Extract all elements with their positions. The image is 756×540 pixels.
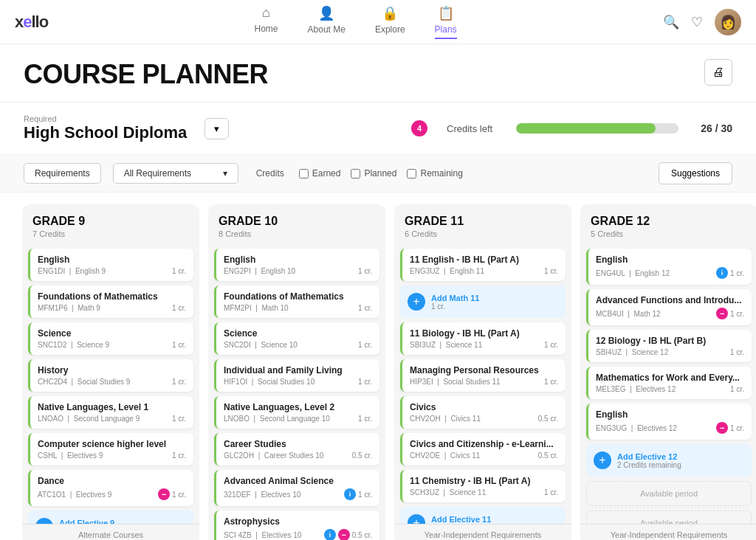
grade-col-11: GRADE 11 6 Credits 11 English - IB HL (P…: [394, 204, 571, 540]
add-elective-button[interactable]: +: [408, 514, 425, 524]
course-credits: 0.5 cr.: [352, 531, 372, 539]
course-card: 11 Biology - IB HL (Part A) SBI3UZ | Sci…: [400, 322, 566, 355]
add-sub: 1 cr.: [431, 302, 479, 311]
grade-col-10: GRADE 10 8 Credits English ENG2PI | Engl…: [208, 204, 385, 540]
grade-header: GRADE 9 7 Credits: [22, 204, 199, 243]
course-name: 11 Biology - IB HL (Part A): [410, 328, 558, 339]
course-credits: 1 cr.: [358, 341, 372, 349]
add-elective-button[interactable]: +: [35, 518, 53, 524]
course-meta: SCH3UZ | Science 11 1 cr.: [410, 488, 558, 496]
info-icon[interactable]: i: [716, 267, 728, 279]
course-credits: 1 cr.: [172, 341, 186, 349]
course-code: CHV2OE | Civics 11: [410, 451, 480, 460]
course-code: LNOAO | Second Language 9: [38, 415, 140, 423]
course-code: HIP3EI | Social Studies 11: [410, 378, 501, 386]
grade-header: GRADE 10 8 Credits: [208, 204, 385, 243]
avatar[interactable]: 👩: [715, 9, 741, 35]
course-card: Managing Personal Resources HIP3EI | Soc…: [400, 359, 566, 392]
grade-col-9: GRADE 9 7 Credits English ENG1DI | Engli…: [22, 204, 199, 540]
person-icon: 👤: [318, 5, 334, 21]
add-elective-sub: 2 Credits remaining: [617, 461, 681, 469]
course-name: Science: [38, 328, 186, 339]
course-card: Individual and Family Living HIF1OI | So…: [214, 359, 379, 392]
info-icon[interactable]: i: [324, 529, 336, 540]
nav-about-me[interactable]: 👤 About Me: [308, 5, 346, 39]
grade-header: GRADE 11 6 Credits: [394, 204, 571, 243]
course-card: Civics and Citizenship - e-Learni... CHV…: [400, 433, 566, 465]
remove-icon[interactable]: −: [338, 529, 350, 540]
course-credits: 1 cr.: [172, 378, 186, 386]
course-name: Native Languages, Level 1: [38, 402, 186, 412]
course-code: SBI3UZ | Science 11: [410, 341, 482, 349]
course-meta: SNC1D2 | Science 9 1 cr.: [38, 341, 186, 349]
remaining-checkbox-item[interactable]: Remaining: [407, 168, 462, 179]
course-credits: 1 cr.: [544, 378, 558, 386]
add-elective-card[interactable]: + Add Elective 11 2 Credits remaining: [400, 507, 566, 524]
grade-title: GRADE 11: [405, 215, 561, 228]
course-code: ENG4UL | English 12: [596, 269, 670, 277]
info-icon[interactable]: i: [344, 488, 356, 500]
course-card: 11 Chemistry - IB HL (Part A) SCH3UZ | S…: [400, 470, 566, 502]
course-card: English ENG3UG | Electives 12 −1 cr.: [586, 404, 752, 440]
course-meta: ENG3UG | Electives 12 −1 cr.: [596, 422, 744, 434]
course-credits: 1 cr.: [358, 267, 372, 275]
course-credits: 1 cr.: [358, 415, 372, 423]
remove-icon[interactable]: −: [716, 308, 728, 319]
course-card: Native Languages, Level 2 LNOBO | Second…: [214, 396, 379, 429]
course-card: Computer science higher level CSHL | Ele…: [28, 433, 193, 465]
print-button[interactable]: 🖨: [704, 59, 732, 86]
diploma-info: Required High School Diploma: [24, 114, 187, 142]
course-credits: 1 cr.: [544, 267, 558, 275]
diploma-name: High School Diploma: [24, 123, 187, 142]
course-code: HIF1OI | Social Studies 10: [224, 378, 315, 386]
course-meta: ENG1DI | English 9 1 cr.: [38, 267, 186, 275]
add-elective-card[interactable]: + Add Elective 12 2 Credits remaining: [586, 444, 752, 477]
course-code: SNC2DI | Science 10: [224, 341, 298, 349]
earned-checkbox[interactable]: [299, 169, 309, 179]
course-code: LNOBO | Second Language 10: [224, 415, 330, 423]
course-code: 321DEF | Electives 10: [224, 491, 300, 499]
remaining-checkbox[interactable]: [407, 169, 416, 179]
course-card: 12 Biology - IB HL (Part B) SBI4UZ | Sci…: [586, 330, 752, 362]
diploma-dropdown[interactable]: ▾: [205, 118, 229, 139]
course-name: Computer science higher level: [38, 439, 186, 449]
grade-col-12: GRADE 12 5 Credits English ENG4UL | Engl…: [580, 204, 756, 540]
diploma-row: Required High School Diploma ▾ 4 Credits…: [0, 103, 756, 155]
suggestions-button[interactable]: Suggestions: [659, 162, 732, 184]
course-meta: GLC2OH | Career Studies 10 0.5 cr.: [224, 451, 372, 460]
course-card: English ENG1DI | English 9 1 cr.: [28, 249, 193, 281]
planned-checkbox-item[interactable]: Planned: [351, 168, 396, 179]
search-button[interactable]: 🔍: [663, 14, 679, 30]
available-period: Available period: [586, 481, 752, 506]
add-button[interactable]: +: [408, 293, 425, 311]
course-code: CHC2D4 | Social Studies 9: [38, 378, 130, 386]
grades-container: GRADE 9 7 Credits English ENG1DI | Engli…: [0, 193, 756, 540]
course-credits: 0.5 cr.: [538, 451, 558, 460]
nav-plans[interactable]: 📋 Plans: [435, 5, 457, 39]
chevron-down-icon: ▾: [223, 168, 227, 179]
add-elective-button[interactable]: +: [594, 451, 611, 469]
nav-home[interactable]: ⌂ Home: [255, 5, 278, 39]
lock-icon: 🔒: [382, 5, 398, 21]
course-code: MFM1P6 | Math 9: [38, 304, 100, 312]
nav-explore[interactable]: 🔒 Explore: [375, 5, 405, 39]
remove-icon[interactable]: −: [716, 422, 728, 434]
grade-header: GRADE 12 5 Credits: [580, 204, 756, 243]
course-meta: 321DEF | Electives 10 i1 cr.: [224, 488, 372, 500]
add-elective-card[interactable]: + Add Elective 9 2 Credits remaining: [28, 510, 193, 524]
all-requirements-select[interactable]: All Requirements ▾: [113, 163, 238, 184]
planned-checkbox[interactable]: [351, 169, 360, 179]
remove-icon[interactable]: −: [158, 488, 170, 500]
grade-title: GRADE 10: [219, 215, 375, 228]
course-credits: 1 cr.: [172, 451, 186, 460]
course-meta: MFM2PI | Math 10 1 cr.: [224, 304, 372, 312]
add-card[interactable]: + Add Math 11 1 cr.: [400, 285, 566, 318]
course-card: English ENG2PI | English 10 1 cr.: [214, 249, 379, 281]
course-card: Native Languages, Level 1 LNOAO | Second…: [28, 396, 193, 429]
course-code: MCB4UI | Math 12: [596, 310, 661, 318]
requirements-filter-btn[interactable]: Requirements: [24, 163, 101, 184]
course-name: Mathematics for Work and Every...: [596, 373, 744, 383]
course-card: Advanced Animal Science 321DEF | Electiv…: [214, 470, 379, 506]
earned-checkbox-item[interactable]: Earned: [299, 168, 341, 179]
favorites-button[interactable]: ♡: [691, 14, 703, 30]
